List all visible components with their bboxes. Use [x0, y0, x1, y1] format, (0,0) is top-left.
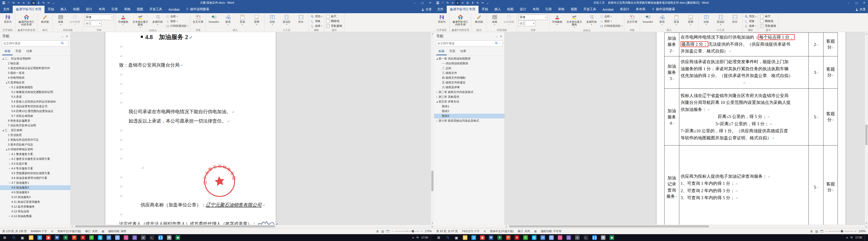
description-cell[interactable]: 供应商为投标人提供电子加油记录查询服务：↵1、可查询 1 年内的得 1 分；↵2…	[679, 145, 809, 225]
button-页眉[interactable]: 页眉▾	[669, 14, 683, 26]
calculator-taskbar-icon[interactable]: ＋	[139, 234, 148, 241]
nav-tab-标题[interactable]: 标题	[2, 48, 13, 55]
caret-icon[interactable]: ◢	[435, 101, 438, 103]
macro-icon[interactable]: ▦	[102, 230, 104, 233]
tab-引用[interactable]: 引用	[108, 6, 121, 13]
button-表格[interactable]: 表格▾	[54, 14, 68, 26]
word-count[interactable]: 74/21271 个字	[462, 230, 479, 233]
button-字体颜色[interactable]: A字体颜色▾	[550, 14, 564, 26]
nav-item[interactable]: ▷4.3 应急方案	[0, 161, 70, 166]
format-brush-icon[interactable]: ✑	[46, 0, 51, 5]
edge-browser-taskbar-icon[interactable]: e	[469, 234, 478, 241]
nav-item[interactable]: ▷5.1 油质检验报告	[0, 85, 70, 90]
undo-icon[interactable]: ↶	[440, 0, 445, 5]
nav-item[interactable]: 2 递交磋商保证金证明材料复印件	[0, 66, 70, 71]
nav-item[interactable]: ▷4.7 加油服务1	[0, 181, 70, 185]
show-desktop-button[interactable]	[430, 234, 432, 241]
nav-search-box[interactable]: 在文档中搜索⌄	[436, 41, 503, 46]
settings-taskbar-icon[interactable]: ✱	[599, 234, 608, 241]
qq-taskbar-icon[interactable]: Q	[96, 234, 104, 241]
button-拆分[interactable]: 拆分	[728, 14, 742, 23]
button-SmartArt[interactable]: SmartArt	[207, 14, 221, 23]
nav-item[interactable]: 5.6 距离10公里范围内设置加油点	[0, 109, 70, 114]
ime-indicator[interactable]: 中	[850, 236, 853, 240]
nav-tab-标题[interactable]: 标题	[436, 48, 447, 55]
font-size-combo[interactable]: 小三▾	[85, 21, 101, 26]
tab-鑫晟宇标书汇专用[interactable]: 鑫晟宇标书汇专用	[447, 6, 478, 13]
align-right-icon[interactable]: ≡	[460, 0, 465, 5]
tab-Acrobat[interactable]: Acrobat	[599, 6, 617, 13]
button-SmartArt[interactable]: SmartArt	[641, 14, 655, 23]
nav-search-box[interactable]: 在文档中搜索⌄	[2, 41, 69, 46]
code-editor-taskbar-icon[interactable]: ❮❯	[590, 234, 599, 241]
scroll-up-icon[interactable]: ▲	[865, 32, 868, 35]
chrome-browser-taskbar-icon[interactable]: ◉	[478, 234, 487, 241]
tab-插入[interactable]: 插入	[57, 6, 70, 13]
nav-item[interactable]: 一 供应商须知前附表	[434, 61, 504, 66]
music-player-taskbar-icon[interactable]: ♪	[556, 234, 564, 241]
tab-表布局[interactable]: 表布局	[632, 6, 648, 13]
button-替换[interactable]: abac替换	[310, 19, 323, 24]
minimize-button[interactable]: –	[845, 0, 852, 5]
caret-icon[interactable]: ▷	[8, 153, 11, 155]
caret-icon[interactable]: ◢	[435, 58, 438, 60]
chevron-down-icon[interactable]: ⌄	[499, 42, 501, 45]
qq-taskbar-icon[interactable]: Q	[530, 234, 538, 241]
button-多级列表[interactable]: 1ai多级列表▾	[151, 14, 165, 26]
nav-tab-结果[interactable]: 结果	[24, 48, 34, 55]
taskbar-search-button[interactable]	[9, 234, 18, 241]
zoom-track[interactable]	[395, 231, 420, 232]
pdf-reader-taskbar-icon[interactable]: A	[79, 234, 87, 241]
button-页边距[interactable]: 页边距▾	[280, 14, 293, 26]
score-cell[interactable]: 3¤	[809, 56, 824, 89]
maximize-button[interactable]: ▢	[852, 0, 860, 5]
tab-开发工具[interactable]: 开发工具	[580, 6, 599, 13]
excel-taskbar-icon[interactable]: X	[495, 234, 504, 241]
button-页眉[interactable]: 页眉▾	[235, 14, 249, 26]
close-button[interactable]: ✕	[426, 0, 434, 5]
nav-item[interactable]: ◢第五章 评审办法	[434, 99, 504, 104]
tray-expand-icon[interactable]: ∧	[412, 236, 414, 239]
button-页边距[interactable]: 页边距▾	[714, 14, 727, 26]
word-count[interactable]: 6/44604 个字	[31, 230, 47, 233]
justify-icon[interactable]: ≣	[31, 0, 36, 5]
horizontal-scrollbar[interactable]: ◄►	[70, 225, 434, 228]
caret-icon[interactable]: ▷	[8, 215, 11, 217]
tab-设计[interactable]: 设计	[83, 6, 95, 13]
edge-browser-taskbar-icon[interactable]: e	[35, 234, 44, 241]
row-label-cell[interactable]: 加油服务3¤	[664, 56, 679, 89]
nav-tab-页面[interactable]: 页面	[447, 48, 458, 55]
button-替换[interactable]: abac替换	[744, 19, 757, 24]
button-格式刷[interactable]: 格式刷	[38, 14, 52, 23]
score-cell[interactable]: 2¤	[809, 33, 824, 56]
task-view-button[interactable]: ▣	[18, 234, 27, 241]
button-文本突出显示颜色[interactable]: ab文本突出显示颜色▾	[564, 14, 584, 29]
format-brush-icon[interactable]: ✑	[480, 0, 485, 5]
button-鑫晟宇标书汇内部专用[interactable]: 鑫晟宇标书汇内部专用	[17, 14, 36, 26]
tab-视图[interactable]: 视图	[133, 6, 146, 13]
word-taskbar-icon[interactable]: W	[53, 234, 61, 241]
close-icon[interactable]: ✕	[500, 35, 502, 38]
scroll-right-icon[interactable]: ►	[431, 225, 434, 227]
align-center-icon[interactable]: ≡	[455, 0, 460, 5]
nav-item[interactable]: 4.9 加油服务3	[0, 190, 70, 195]
tab-开始[interactable]: 开始	[44, 6, 57, 13]
caret-icon[interactable]: ▷	[8, 182, 11, 184]
more-commands-icon[interactable]: ⌄	[485, 0, 490, 5]
document-page[interactable]: 4.8 加油服务 2↵↵↵致：盘锦市公安局兴隆台分局↵↵↵↵↵我公司承诺在市电网…	[105, 32, 276, 225]
button-形状[interactable]: 形状▾	[655, 14, 669, 26]
security-taskbar-icon[interactable]: ◆	[608, 234, 616, 241]
chevron-down-icon[interactable]: ⌄	[65, 42, 67, 45]
nav-item[interactable]: 4.6 加油设备管理与维护方案	[0, 176, 70, 181]
zoom-percentage[interactable]: 170%	[425, 230, 432, 233]
terminal-taskbar-icon[interactable]: ›_	[582, 234, 590, 241]
nav-item[interactable]: 3 基本存款账户信息	[0, 142, 70, 147]
notepad-taskbar-icon[interactable]: ≡	[547, 234, 556, 241]
nav-item[interactable]: 5.7 非联合体投标	[0, 114, 70, 118]
style-pen-icon[interactable]: ✎	[475, 0, 480, 5]
chrome-browser-taskbar-icon[interactable]: ◉	[44, 234, 53, 241]
notepad-taskbar-icon[interactable]: ≡	[113, 234, 122, 241]
button-交叉引用[interactable]: 交叉引用	[191, 14, 205, 23]
tab-表设计[interactable]: 表设计	[617, 6, 632, 13]
button-底纹[interactable]: 底纹▾	[599, 19, 623, 24]
